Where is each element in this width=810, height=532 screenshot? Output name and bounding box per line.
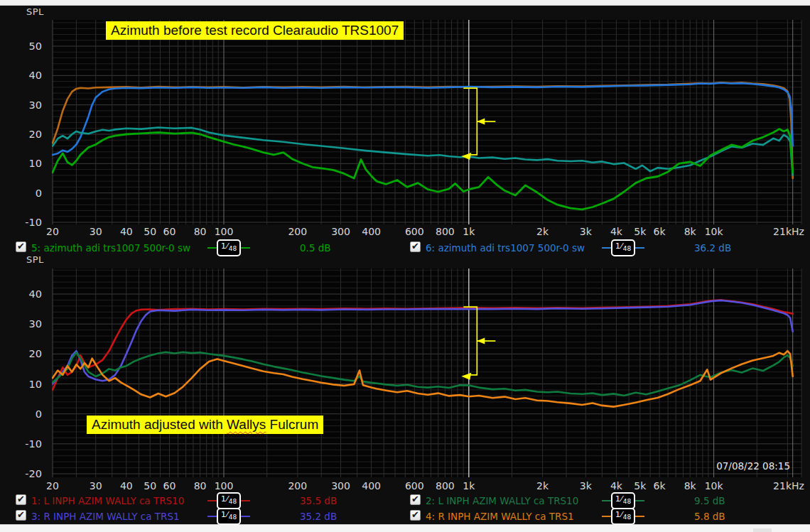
svg-text:100: 100	[215, 480, 234, 492]
svg-text:80: 80	[194, 226, 207, 237]
window-top-strip	[0, 0, 810, 6]
spectrum-charts-canvas[interactable]: 50403020100-1020304050608010020030040060…	[0, 0, 810, 532]
svg-text:1k: 1k	[463, 480, 475, 492]
measurement-app-window: 50403020100-1020304050608010020030040060…	[0, 0, 810, 532]
svg-text:20: 20	[46, 226, 59, 237]
svg-text:-10: -10	[25, 438, 42, 450]
svg-text:50: 50	[29, 40, 42, 52]
legend-entry-trace4[interactable]: 4: R INPH AZIM WALLY ca TRS1 1⁄48 5.8 dB	[410, 509, 794, 524]
svg-text:80: 80	[194, 480, 207, 492]
legend-entry-trace1[interactable]: 1: L INPH AZIM WALLY ca TRS10 1⁄48 35.5 …	[16, 493, 399, 509]
svg-text:8k: 8k	[684, 226, 697, 237]
svg-text:3k: 3k	[580, 226, 593, 237]
svg-text:50: 50	[144, 226, 156, 237]
badge-line-left	[207, 500, 217, 501]
window-bottom-strip	[0, 524, 810, 532]
smoothing-fraction: 1⁄48	[611, 508, 635, 524]
svg-text:30: 30	[90, 480, 102, 492]
svg-text:30: 30	[90, 226, 102, 237]
trace2-smoothing-badge: 1⁄48	[602, 494, 644, 508]
svg-text:600: 600	[405, 226, 424, 237]
legend-entry-trace3[interactable]: 3: R INPH AZIM WALLY ca TRS1 1⁄48 35.2 d…	[16, 509, 399, 524]
legend-entry-trace6[interactable]: 6: azimuth adi trs1007 500r-0 sw 1⁄48 36…	[410, 240, 794, 256]
svg-text:800: 800	[436, 226, 455, 237]
svg-text:40: 40	[29, 70, 42, 81]
badge-line-right	[635, 500, 644, 501]
svg-text:300: 300	[331, 480, 350, 492]
measurement-timestamp: 07/08/22 08:15	[716, 460, 790, 472]
title-text-misspelled-word: Wallys	[227, 417, 266, 432]
svg-text:30: 30	[29, 318, 42, 330]
svg-text:2k: 2k	[536, 226, 549, 237]
trace1-visibility-checkbox[interactable]	[16, 494, 26, 505]
trace6-smoothing-badge: 1⁄48	[602, 241, 644, 255]
svg-text:4k: 4k	[610, 480, 623, 492]
trace3-label[interactable]: 3: R INPH AZIM WALLY ca TRS1	[31, 511, 180, 522]
trace6-label[interactable]: 6: azimuth adi trs1007 500r-0 sw	[426, 242, 585, 254]
svg-text:4k: 4k	[610, 226, 623, 237]
svg-text:0: 0	[36, 408, 42, 420]
window-bottom-notch	[753, 528, 772, 532]
trace1-smoothing-badge: 1⁄48	[207, 494, 250, 508]
svg-text:3k: 3k	[580, 480, 593, 492]
trace4-visibility-checkbox[interactable]	[410, 510, 421, 521]
smoothing-fraction: 1⁄48	[611, 239, 635, 256]
svg-text:10k: 10k	[705, 480, 724, 492]
svg-text:6k: 6k	[654, 226, 666, 237]
svg-text:10k: 10k	[705, 226, 724, 237]
svg-text:0: 0	[36, 188, 42, 199]
svg-text:20: 20	[29, 348, 42, 359]
svg-text:10: 10	[29, 158, 42, 169]
svg-text:600: 600	[405, 480, 424, 492]
trace4-label[interactable]: 4: R INPH AZIM WALLY ca TRS1	[426, 511, 574, 522]
svg-text:300: 300	[331, 226, 350, 237]
chart1-annotation-title: Azimuth before test record Clearaudio TR…	[106, 21, 404, 40]
trace6-visibility-checkbox[interactable]	[410, 241, 421, 252]
chart2-y-axis-unit: SPL	[26, 254, 44, 265]
svg-text:50: 50	[144, 480, 156, 492]
badge-line-right	[241, 516, 250, 517]
svg-text:400: 400	[362, 480, 381, 492]
chart2-annotation-title: Azimuth adjusted with Wallys Fulcrum	[87, 416, 323, 434]
trace3-cursor-level: 35.2 dB	[300, 511, 337, 522]
title-text: Azimuth before test record Clearaudio TR…	[111, 23, 399, 38]
svg-text:200: 200	[288, 226, 307, 237]
badge-line-left	[602, 500, 611, 501]
svg-text:40: 40	[120, 480, 133, 492]
badge-line-right	[635, 247, 644, 249]
trace5-cursor-level: 0.5 dB	[300, 242, 331, 254]
trace2-label[interactable]: 2: L INPH AZIM WALLY ca TRS10	[426, 495, 578, 506]
svg-text:30: 30	[29, 99, 42, 111]
svg-text:10: 10	[29, 379, 42, 390]
title-text-part1: Azimuth adjusted with	[92, 417, 227, 432]
badge-line-right	[241, 247, 250, 249]
trace2-cursor-level: 9.5 dB	[694, 495, 725, 506]
svg-text:40: 40	[29, 288, 42, 300]
chart1-y-axis-unit: SPL	[26, 6, 44, 17]
badge-line-left	[602, 247, 611, 249]
svg-text:5k: 5k	[634, 480, 647, 492]
legend-row-chart2-a: 1: L INPH AZIM WALLY ca TRS10 1⁄48 35.5 …	[0, 493, 810, 509]
badge-line-left	[602, 516, 611, 517]
legend-row-chart1: 5: azimuth adi trs1007 500r-0 sw 1⁄48 0.…	[0, 240, 810, 256]
svg-text:5k: 5k	[634, 226, 647, 237]
svg-text:40: 40	[120, 226, 133, 237]
legend-entry-trace2[interactable]: 2: L INPH AZIM WALLY ca TRS10 1⁄48 9.5 d…	[410, 493, 794, 509]
smoothing-fraction: 1⁄48	[217, 508, 241, 524]
badge-line-right	[635, 516, 644, 517]
trace5-smoothing-badge: 1⁄48	[207, 241, 250, 255]
svg-text:100: 100	[215, 226, 234, 237]
svg-text:60: 60	[163, 480, 176, 492]
trace2-visibility-checkbox[interactable]	[410, 494, 421, 505]
svg-text:21kHz: 21kHz	[773, 226, 804, 237]
legend-entry-trace5[interactable]: 5: azimuth adi trs1007 500r-0 sw 1⁄48 0.…	[16, 240, 399, 256]
trace1-label[interactable]: 1: L INPH AZIM WALLY ca TRS10	[31, 495, 184, 506]
svg-text:20: 20	[29, 129, 42, 140]
trace4-cursor-level: 5.8 dB	[694, 511, 725, 522]
smoothing-fraction: 1⁄48	[611, 492, 635, 509]
trace5-visibility-checkbox[interactable]	[16, 241, 26, 252]
legend-row-chart2-b: 3: R INPH AZIM WALLY ca TRS1 1⁄48 35.2 d…	[0, 509, 810, 524]
trace3-visibility-checkbox[interactable]	[16, 510, 26, 521]
svg-text:60: 60	[163, 226, 176, 237]
trace5-label[interactable]: 5: azimuth adi trs1007 500r-0 sw	[31, 242, 190, 254]
